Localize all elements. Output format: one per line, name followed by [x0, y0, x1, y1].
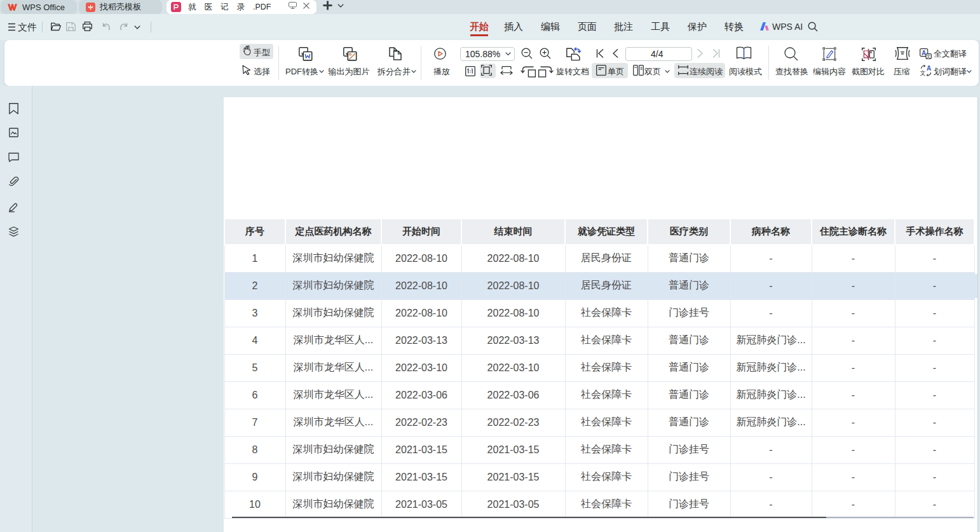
svg-text:文: 文: [927, 53, 931, 58]
svg-text:A: A: [922, 50, 926, 57]
svg-text:A: A: [927, 65, 931, 72]
svg-text:文: 文: [920, 70, 926, 76]
